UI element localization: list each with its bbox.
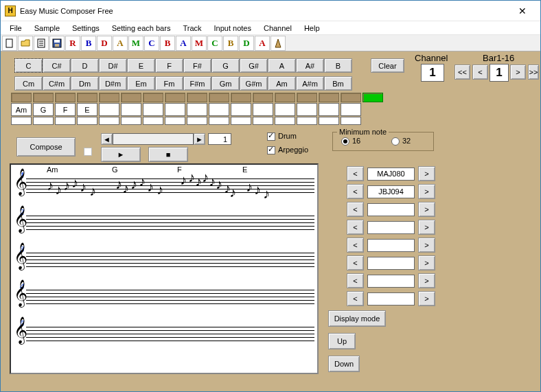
pattern-prev-5[interactable]: < bbox=[347, 238, 364, 253]
toolbar-letter-8[interactable]: M bbox=[192, 36, 207, 51]
bar-slot-16[interactable] bbox=[341, 103, 361, 116]
chord-c[interactable]: C bbox=[14, 58, 43, 73]
bar-slot-rest-9[interactable] bbox=[187, 117, 207, 125]
bar-slot-top-3[interactable] bbox=[55, 93, 76, 102]
bar-slot-rest-7[interactable] bbox=[143, 117, 163, 125]
toolbar-letter-10[interactable]: B bbox=[223, 36, 238, 51]
radio-16[interactable] bbox=[341, 137, 349, 146]
bar-slot-8[interactable] bbox=[165, 103, 185, 116]
chord-fsharp[interactable]: F# bbox=[183, 58, 211, 73]
display-mode-button[interactable]: Display mode bbox=[328, 310, 386, 327]
menu-track[interactable]: Track bbox=[176, 23, 207, 34]
toolbar-letter-12[interactable]: A bbox=[255, 36, 270, 51]
chord-gm[interactable]: Gm bbox=[211, 76, 240, 91]
chord-dm[interactable]: Dm bbox=[71, 76, 99, 91]
bar-slot-top-15[interactable] bbox=[319, 93, 339, 102]
chord-asharp[interactable]: A# bbox=[296, 58, 324, 73]
chord-b[interactable]: B bbox=[324, 58, 352, 73]
chord-bm[interactable]: Bm bbox=[324, 76, 352, 91]
bar-slot-14[interactable] bbox=[297, 103, 317, 116]
bar-slot-rest-5[interactable] bbox=[99, 117, 119, 125]
bar-slot-9[interactable] bbox=[187, 103, 207, 116]
pattern-next-5[interactable]: > bbox=[418, 238, 435, 253]
toolbar-letter-7[interactable]: A bbox=[176, 36, 191, 51]
pattern-prev-7[interactable]: < bbox=[347, 273, 364, 288]
sheet-icon[interactable] bbox=[34, 36, 49, 51]
pattern-prev-4[interactable]: < bbox=[347, 220, 364, 235]
down-button[interactable]: Down bbox=[328, 356, 360, 372]
bar-slot-rest-4[interactable] bbox=[77, 117, 97, 125]
bar-slot-rest-6[interactable] bbox=[121, 117, 141, 125]
bar-slot-top-13[interactable] bbox=[275, 93, 295, 102]
chord-gsharpm[interactable]: G#m bbox=[240, 76, 268, 91]
bar-slot-rest-2[interactable] bbox=[33, 117, 54, 125]
chord-asharpm[interactable]: A#m bbox=[296, 76, 324, 91]
toolbar-letter-5[interactable]: C bbox=[144, 36, 159, 51]
pattern-input-1[interactable]: MAJ080 bbox=[367, 168, 415, 181]
chord-cm[interactable]: Cm bbox=[14, 76, 43, 91]
bar-slot-3[interactable]: F bbox=[55, 103, 76, 116]
new-icon[interactable] bbox=[2, 36, 17, 51]
toolbar-letter-11[interactable]: D bbox=[239, 36, 254, 51]
radio-32[interactable] bbox=[391, 137, 400, 146]
chord-f[interactable]: F bbox=[155, 58, 183, 73]
drum-checkbox[interactable] bbox=[267, 132, 275, 141]
pattern-next-8[interactable]: > bbox=[418, 291, 435, 306]
bar-slot-6[interactable] bbox=[121, 103, 141, 116]
prev-page-button[interactable]: < bbox=[472, 65, 488, 80]
pattern-next-7[interactable]: > bbox=[418, 273, 435, 288]
bar-slot-top-11[interactable] bbox=[231, 93, 251, 102]
save-icon[interactable] bbox=[49, 36, 65, 51]
toolbar-letter-2[interactable]: D bbox=[97, 36, 112, 51]
pattern-prev-3[interactable]: < bbox=[347, 202, 364, 217]
chord-dsharpm[interactable]: D#m bbox=[99, 76, 127, 91]
bar-slot-5[interactable] bbox=[99, 103, 119, 116]
pattern-next-2[interactable]: > bbox=[418, 184, 435, 199]
pattern-input-7[interactable] bbox=[367, 275, 415, 288]
pattern-next-3[interactable]: > bbox=[418, 202, 435, 217]
bar-slot-top-8[interactable] bbox=[165, 93, 185, 102]
chord-em[interactable]: Em bbox=[127, 76, 155, 91]
bar-slot-rest-12[interactable] bbox=[253, 117, 273, 125]
play-button[interactable]: ► bbox=[101, 147, 141, 162]
menu-input-notes[interactable]: Input notes bbox=[208, 23, 257, 34]
bar-slot-top-1[interactable] bbox=[11, 93, 32, 102]
toolbar-letter-6[interactable]: B bbox=[160, 36, 175, 51]
bar-slot-top-2[interactable] bbox=[33, 93, 54, 102]
toolbar-letter-0[interactable]: R bbox=[65, 36, 80, 51]
pattern-input-8[interactable] bbox=[367, 292, 415, 305]
pattern-input-4[interactable] bbox=[367, 221, 415, 234]
bar-slot-10[interactable] bbox=[209, 103, 229, 116]
pattern-input-3[interactable] bbox=[367, 203, 415, 216]
menu-settings[interactable]: Settings bbox=[66, 23, 106, 34]
toolbar-letter-9[interactable]: C bbox=[207, 36, 222, 51]
bar-slot-rest-3[interactable] bbox=[55, 117, 76, 125]
menu-sample[interactable]: Sample bbox=[28, 23, 66, 34]
bar-slot-top-9[interactable] bbox=[187, 93, 207, 102]
bar-slot-11[interactable] bbox=[231, 103, 251, 116]
bar-slot-rest-1[interactable] bbox=[11, 117, 32, 125]
bar-slot-rest-14[interactable] bbox=[297, 117, 317, 125]
bar-slot-top-14[interactable] bbox=[297, 93, 317, 102]
pattern-next-1[interactable]: > bbox=[418, 166, 435, 181]
bar-slot-15[interactable] bbox=[319, 103, 339, 116]
menu-file[interactable]: File bbox=[3, 23, 28, 34]
chord-a[interactable]: A bbox=[268, 58, 296, 73]
bar-slot-top-6[interactable] bbox=[121, 93, 141, 102]
bar-slot-rest-10[interactable] bbox=[209, 117, 229, 125]
open-icon[interactable] bbox=[18, 36, 33, 51]
compose-button[interactable]: Compose bbox=[16, 137, 76, 157]
bar-slot-top-4[interactable] bbox=[77, 93, 97, 102]
chord-dsharp[interactable]: D# bbox=[99, 58, 127, 73]
chord-gsharp[interactable]: G# bbox=[240, 58, 268, 73]
pattern-input-6[interactable] bbox=[367, 257, 415, 270]
stop-button[interactable]: ■ bbox=[148, 147, 188, 162]
chord-fsharpm[interactable]: F#m bbox=[183, 76, 211, 91]
pattern-prev-1[interactable]: < bbox=[347, 166, 364, 181]
pattern-prev-2[interactable]: < bbox=[347, 184, 364, 199]
bar-slot-top-16[interactable] bbox=[341, 93, 361, 102]
bar-slot-rest-11[interactable] bbox=[231, 117, 251, 125]
toolbar-letter-3[interactable]: A bbox=[113, 36, 128, 51]
bar-slot-7[interactable] bbox=[143, 103, 163, 116]
chord-am[interactable]: Am bbox=[268, 76, 296, 91]
